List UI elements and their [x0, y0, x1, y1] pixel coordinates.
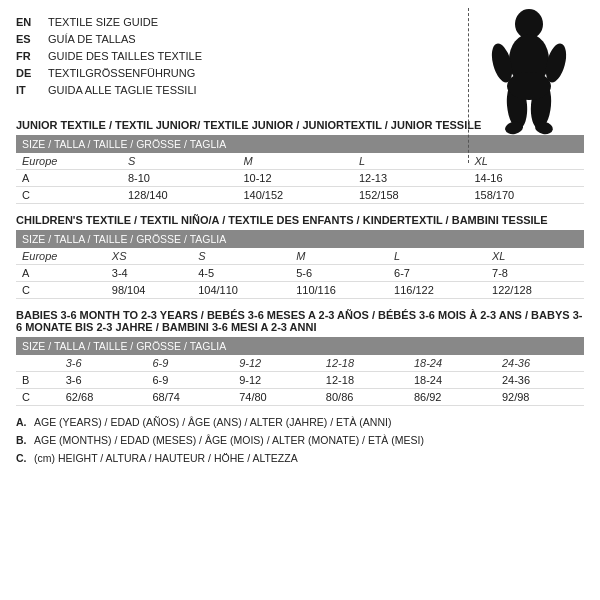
table-col-header: 24-36: [496, 355, 584, 372]
table-row: A3-44-55-66-77-8: [16, 265, 584, 282]
row-label: C: [16, 389, 60, 406]
table-cell: 7-8: [486, 265, 584, 282]
lang-text: GUÍA DE TALLAS: [48, 31, 136, 48]
table-col-header: [16, 355, 60, 372]
table-cell: 4-5: [192, 265, 290, 282]
footnote-text: AGE (MONTHS) / EDAD (MESES) / ÂGE (MOIS)…: [34, 432, 424, 450]
lang-text: GUIDE DES TAILLES TEXTILE: [48, 48, 202, 65]
table-cell: 80/86: [320, 389, 408, 406]
table-row: C98/104104/110110/116116/122122/128: [16, 282, 584, 299]
table-cell: 74/80: [233, 389, 320, 406]
table-col-header: Europe: [16, 153, 122, 170]
table-cell: 6-7: [388, 265, 486, 282]
footnote-text: (cm) HEIGHT / ALTURA / HAUTEUR / HÖHE / …: [34, 450, 298, 468]
table-cell: 3-6: [60, 372, 147, 389]
table-cell: 12-13: [353, 170, 469, 187]
table-cell: 92/98: [496, 389, 584, 406]
row-label: C: [16, 282, 106, 299]
table-row: A8-1010-1212-1314-16: [16, 170, 584, 187]
table-cell: 152/158: [353, 187, 469, 204]
table-cell: 6-9: [146, 372, 233, 389]
language-header: EN TEXTILE SIZE GUIDEES GUÍA DE TALLASFR…: [16, 14, 356, 99]
row-label: A: [16, 170, 122, 187]
table-cell: 14-16: [468, 170, 584, 187]
table-cell: 3-4: [106, 265, 192, 282]
footnote-row: A. AGE (YEARS) / EDAD (AÑOS) / ÂGE (ANS)…: [16, 414, 584, 432]
table-cell: 110/116: [290, 282, 388, 299]
table-header: SIZE / TALLA / TAILLE / GRÖSSE / TAGLIA: [16, 230, 584, 248]
table-col-header: 12-18: [320, 355, 408, 372]
table-cell: 5-6: [290, 265, 388, 282]
footnote-text: AGE (YEARS) / EDAD (AÑOS) / ÂGE (ANS) / …: [34, 414, 391, 432]
lang-text: TEXTILGRÖSSENFÜHRUNG: [48, 65, 195, 82]
table-children: SIZE / TALLA / TAILLE / GRÖSSE / TAGLIAE…: [16, 230, 584, 299]
row-label: A: [16, 265, 106, 282]
footnote-key: B.: [16, 432, 32, 450]
footnotes: A. AGE (YEARS) / EDAD (AÑOS) / ÂGE (ANS)…: [16, 414, 584, 468]
table-col-header: M: [290, 248, 388, 265]
lang-code: IT: [16, 82, 40, 99]
lang-row: IT GUIDA ALLE TAGLIE TESSILI: [16, 82, 356, 99]
table-cell: 62/68: [60, 389, 147, 406]
table-col-header: 9-12: [233, 355, 320, 372]
table-row: C128/140140/152152/158158/170: [16, 187, 584, 204]
lang-row: FR GUIDE DES TAILLES TEXTILE: [16, 48, 356, 65]
table-col-header: 6-9: [146, 355, 233, 372]
table-cell: 140/152: [237, 187, 353, 204]
section-title-children: CHILDREN'S TEXTILE / TEXTIL NIÑO/A / TEX…: [16, 214, 584, 226]
table-cell: 12-18: [320, 372, 408, 389]
lang-code: ES: [16, 31, 40, 48]
table-col-header: S: [192, 248, 290, 265]
silhouette-area: [444, 8, 584, 168]
table-col-header: 18-24: [408, 355, 496, 372]
table-cell: 86/92: [408, 389, 496, 406]
lang-text: GUIDA ALLE TAGLIE TESSILI: [48, 82, 197, 99]
row-label: C: [16, 187, 122, 204]
table-col-header: L: [388, 248, 486, 265]
lang-code: EN: [16, 14, 40, 31]
lang-row: ES GUÍA DE TALLAS: [16, 31, 356, 48]
lang-text: TEXTILE SIZE GUIDE: [48, 14, 158, 31]
table-header: SIZE / TALLA / TAILLE / GRÖSSE / TAGLIA: [16, 337, 584, 355]
table-col-header: S: [122, 153, 238, 170]
table-cell: 18-24: [408, 372, 496, 389]
silhouette-wrap: [474, 8, 584, 163]
footnote-row: C. (cm) HEIGHT / ALTURA / HAUTEUR / HÖHE…: [16, 450, 584, 468]
baby-silhouette: [474, 8, 584, 163]
page-container: EN TEXTILE SIZE GUIDEES GUÍA DE TALLASFR…: [0, 0, 600, 600]
lang-code: FR: [16, 48, 40, 65]
table-cell: 24-36: [496, 372, 584, 389]
lang-row: DE TEXTILGRÖSSENFÜHRUNG: [16, 65, 356, 82]
table-cell: 122/128: [486, 282, 584, 299]
table-col-header: XL: [486, 248, 584, 265]
footnote-key: C.: [16, 450, 32, 468]
row-label: B: [16, 372, 60, 389]
lang-code: DE: [16, 65, 40, 82]
table-col-header: XS: [106, 248, 192, 265]
table-cell: 158/170: [468, 187, 584, 204]
table-cell: 116/122: [388, 282, 486, 299]
table-cell: 8-10: [122, 170, 238, 187]
table-cell: 9-12: [233, 372, 320, 389]
dashed-line: [468, 8, 469, 163]
table-cell: 98/104: [106, 282, 192, 299]
svg-point-6: [507, 72, 551, 100]
table-babies: SIZE / TALLA / TAILLE / GRÖSSE / TAGLIA3…: [16, 337, 584, 406]
footnote-row: B. AGE (MONTHS) / EDAD (MESES) / ÂGE (MO…: [16, 432, 584, 450]
table-col-header: 3-6: [60, 355, 147, 372]
table-cell: 10-12: [237, 170, 353, 187]
table-cell: 68/74: [146, 389, 233, 406]
table-cell: 128/140: [122, 187, 238, 204]
lang-row: EN TEXTILE SIZE GUIDE: [16, 14, 356, 31]
section-title-babies: BABIES 3-6 MONTH TO 2-3 YEARS / BEBÉS 3-…: [16, 309, 584, 333]
table-cell: 104/110: [192, 282, 290, 299]
table-row: C62/6868/7474/8080/8686/9292/98: [16, 389, 584, 406]
table-col-header: Europe: [16, 248, 106, 265]
table-col-header: M: [237, 153, 353, 170]
footnote-key: A.: [16, 414, 32, 432]
table-row: B3-66-99-1212-1818-2424-36: [16, 372, 584, 389]
